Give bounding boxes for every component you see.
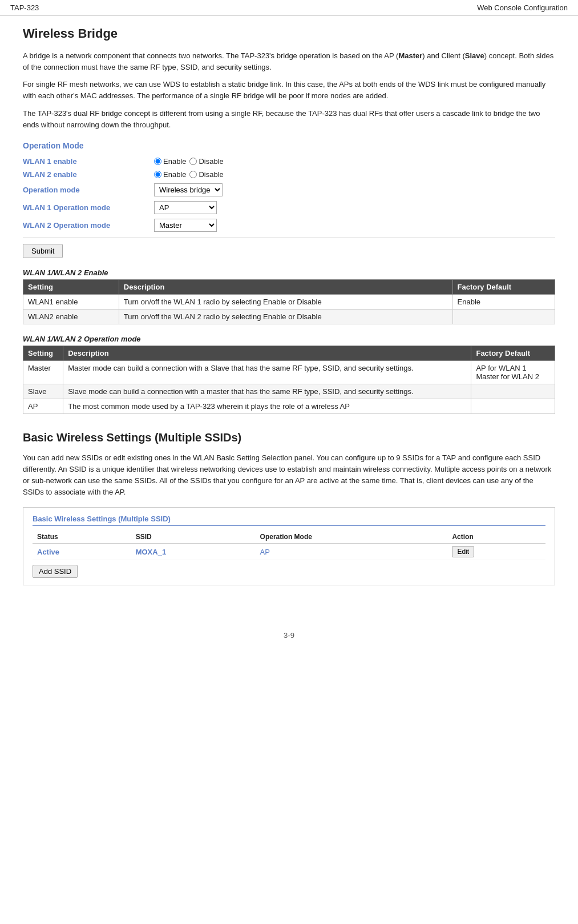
table2-row2-desc: Slave mode can build a connection with a… — [63, 384, 471, 399]
paragraph-2: For single RF mesh networks, we can use … — [23, 79, 555, 102]
table1-row2-setting: WLAN2 enable — [23, 309, 119, 324]
operation-mode-field-label: Operation mode — [23, 186, 154, 194]
table1-row1-desc: Turn on/off the WLAN 1 radio by selectin… — [119, 294, 452, 309]
section2-title: Basic Wireless Settings (Multiple SSIDs) — [23, 431, 555, 444]
wlan-enable-table: Setting Description Factory Default WLAN… — [23, 279, 555, 324]
table2-row1-desc: Master mode can build a connection with … — [63, 360, 471, 384]
wlan1-disable-radio-input[interactable] — [189, 158, 197, 165]
table2-col-factory: Factory Default — [471, 346, 555, 360]
table2-row3-desc: The most common mode used by a TAP-323 w… — [63, 399, 471, 413]
paragraph-1: A bridge is a network component that con… — [23, 50, 555, 73]
form-table: WLAN 1 enable Enable Disable WLAN 2 enab… — [23, 157, 555, 232]
table1-row2-desc: Turn on/off the WLAN 2 radio by selectin… — [119, 309, 452, 324]
wlan1-opmode-row: WLAN 1 Operation mode AP Master Slave — [23, 201, 555, 214]
wlan1-enable-label: WLAN 1 enable — [23, 157, 154, 166]
table2-row1-default: AP for WLAN 1Master for WLAN 2 — [471, 360, 555, 384]
add-ssid-button[interactable]: Add SSID — [33, 565, 78, 578]
form-divider — [23, 238, 555, 238]
wlan-opmode-table: Setting Description Factory Default Mast… — [23, 346, 555, 414]
table2-col-setting: Setting — [23, 346, 63, 360]
table2-title: WLAN 1/WLAN 2 Operation mode — [23, 335, 555, 343]
ssid-row: Active MOXA_1 AP Edit — [33, 544, 545, 560]
table1-row1-setting: WLAN1 enable — [23, 294, 119, 309]
wlan1-opmode-label: WLAN 1 Operation mode — [23, 203, 154, 212]
table-row: Master Master mode can build a connectio… — [23, 360, 555, 384]
page-header: TAP-323 Web Console Configuration — [0, 0, 578, 16]
wlan2-opmode-label: WLAN 2 Operation mode — [23, 221, 154, 230]
table2-row3-default — [471, 399, 555, 413]
table2-row3-setting: AP — [23, 399, 63, 413]
wlan2-enable-control: Enable Disable — [154, 170, 224, 179]
ssid-col-status: Status — [33, 531, 131, 544]
ssid-row1-ssid: MOXA_1 — [131, 544, 256, 560]
page-title: Wireless Bridge — [23, 26, 555, 41]
ssid-row1-action: Edit — [447, 544, 545, 560]
table1-col-setting: Setting — [23, 279, 119, 294]
ssid-col-ssid: SSID — [131, 531, 256, 544]
table1-row1-default: Enable — [452, 294, 555, 309]
ssid-row1-opmode: AP — [256, 544, 448, 560]
submit-button[interactable]: Submit — [23, 244, 63, 258]
table1-col-factory: Factory Default — [452, 279, 555, 294]
page-number: 3-9 — [284, 631, 294, 640]
table2-col-description: Description — [63, 346, 471, 360]
ssid-row1-status: Active — [33, 544, 131, 560]
wlan2-opmode-control: Master AP Slave — [154, 219, 217, 232]
table1-row2-default — [452, 309, 555, 324]
header-right: Web Console Configuration — [477, 3, 568, 12]
table1-title: WLAN 1/WLAN 2 Enable — [23, 268, 555, 277]
paragraph-3: The TAP-323's dual RF bridge concept is … — [23, 108, 555, 131]
table2-row1-setting: Master — [23, 360, 63, 384]
wlan2-opmode-row: WLAN 2 Operation mode Master AP Slave — [23, 219, 555, 232]
wlan1-enable-control: Enable Disable — [154, 157, 224, 166]
operation-mode-control: Wireless bridge AP Client Master Slave — [154, 183, 223, 196]
section2-intro: You can add new SSIDs or edit existing o… — [23, 452, 555, 499]
header-left: TAP-323 — [10, 3, 39, 12]
table-row: WLAN1 enable Turn on/off the WLAN 1 radi… — [23, 294, 555, 309]
wlan2-enable-radio-input[interactable] — [154, 171, 161, 178]
table1-col-description: Description — [119, 279, 452, 294]
wlan2-disable-radio-input[interactable] — [189, 171, 197, 178]
wlan1-enable-radio[interactable]: Enable — [154, 157, 186, 166]
wlan1-disable-radio[interactable]: Disable — [189, 157, 223, 166]
table2-row2-default — [471, 384, 555, 399]
table-row: WLAN2 enable Turn on/off the WLAN 2 radi… — [23, 309, 555, 324]
wlan1-enable-radio-input[interactable] — [154, 158, 161, 165]
ssid-col-action: Action — [447, 531, 545, 544]
edit-button[interactable]: Edit — [452, 546, 474, 557]
wlan2-enable-row: WLAN 2 enable Enable Disable — [23, 170, 555, 179]
wlan1-opmode-control: AP Master Slave — [154, 201, 217, 214]
ssid-panel: Basic Wireless Settings (Multiple SSID) … — [23, 507, 555, 585]
page-footer: 3-9 — [0, 631, 578, 640]
table-row: Slave Slave mode can build a connection … — [23, 384, 555, 399]
wlan2-opmode-select[interactable]: Master AP Slave — [154, 219, 217, 232]
wlan2-enable-radio[interactable]: Enable — [154, 170, 186, 179]
wlan2-enable-label: WLAN 2 enable — [23, 170, 154, 179]
operation-mode-select[interactable]: Wireless bridge AP Client Master Slave — [154, 183, 223, 196]
ssid-table: Status SSID Operation Mode Action Active… — [33, 531, 545, 560]
ssid-col-opmode: Operation Mode — [256, 531, 448, 544]
table2-row2-setting: Slave — [23, 384, 63, 399]
wlan1-enable-row: WLAN 1 enable Enable Disable — [23, 157, 555, 166]
panel-title: Basic Wireless Settings (Multiple SSID) — [33, 515, 545, 526]
operation-mode-section: Operation Mode WLAN 1 enable Enable Disa… — [23, 141, 555, 258]
operation-mode-row: Operation mode Wireless bridge AP Client… — [23, 183, 555, 196]
wlan1-opmode-select[interactable]: AP Master Slave — [154, 201, 217, 214]
wlan2-disable-radio[interactable]: Disable — [189, 170, 223, 179]
table-row: AP The most common mode used by a TAP-32… — [23, 399, 555, 413]
operation-mode-title: Operation Mode — [23, 141, 555, 150]
